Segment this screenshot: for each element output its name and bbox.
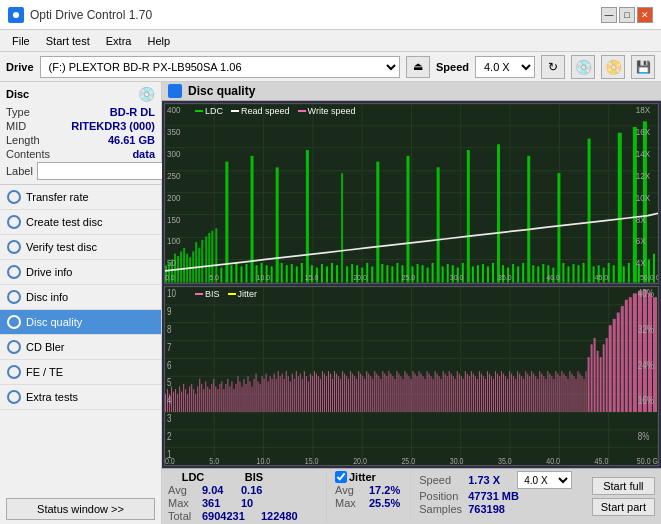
maximize-button[interactable]: □ xyxy=(619,7,635,23)
svg-rect-272 xyxy=(354,376,355,412)
svg-rect-306 xyxy=(423,376,424,412)
svg-rect-267 xyxy=(344,373,345,411)
sidebar-item-extra-tests[interactable]: Extra tests xyxy=(0,385,161,410)
svg-rect-247 xyxy=(304,371,305,412)
svg-rect-183 xyxy=(175,389,176,412)
disc-quality-chart-icon xyxy=(168,84,182,98)
svg-rect-46 xyxy=(376,162,379,283)
svg-rect-249 xyxy=(308,381,309,412)
drive-select[interactable]: (F:) PLEXTOR BD-R PX-LB950SA 1.06 xyxy=(40,56,400,78)
svg-rect-124 xyxy=(628,263,630,283)
speed-row: Speed 1.73 X 4.0 X xyxy=(419,471,582,489)
sidebar-item-cd-bler[interactable]: CD Bler xyxy=(0,335,161,360)
minimize-button[interactable]: — xyxy=(601,7,617,23)
svg-text:5.0: 5.0 xyxy=(209,456,219,465)
svg-rect-373 xyxy=(557,373,558,411)
sidebar-item-verify-test-disc[interactable]: Verify test disc xyxy=(0,235,161,260)
svg-rect-218 xyxy=(245,383,246,411)
svg-rect-84 xyxy=(386,265,388,282)
refresh-button[interactable]: ↻ xyxy=(541,55,565,79)
svg-rect-355 xyxy=(521,376,522,412)
svg-rect-397 xyxy=(617,312,620,411)
svg-rect-51 xyxy=(527,156,530,283)
svg-rect-323 xyxy=(457,371,458,412)
close-button[interactable]: ✕ xyxy=(637,7,653,23)
sidebar-item-disc-info[interactable]: Disc info xyxy=(0,285,161,310)
samples-key: Samples xyxy=(419,503,464,515)
svg-rect-92 xyxy=(432,263,434,283)
main-layout: Disc 💿 Type BD-R DL MID RITEKDR3 (000) L… xyxy=(0,82,661,524)
svg-rect-43 xyxy=(276,167,279,282)
svg-rect-61 xyxy=(245,264,247,282)
svg-rect-369 xyxy=(549,373,550,411)
disc-button[interactable]: 💿 xyxy=(571,55,595,79)
svg-rect-232 xyxy=(274,373,275,411)
svg-rect-50 xyxy=(497,144,500,282)
svg-rect-325 xyxy=(461,376,462,412)
sidebar-item-drive-info[interactable]: Drive info xyxy=(0,260,161,285)
disc-contents-row: Contents data xyxy=(6,148,155,160)
svg-rect-32 xyxy=(189,257,191,282)
svg-rect-400 xyxy=(629,297,632,412)
disc-label-input[interactable] xyxy=(37,162,170,180)
svg-rect-396 xyxy=(613,318,616,411)
bis-header: BIS xyxy=(234,471,274,483)
svg-rect-341 xyxy=(493,378,494,411)
svg-rect-69 xyxy=(296,266,298,282)
svg-text:4: 4 xyxy=(167,395,171,406)
svg-rect-44 xyxy=(306,150,309,282)
svg-rect-360 xyxy=(531,371,532,412)
start-full-button[interactable]: Start full xyxy=(592,477,655,495)
svg-rect-326 xyxy=(463,378,464,411)
menu-extra[interactable]: Extra xyxy=(98,33,140,49)
svg-rect-178 xyxy=(165,394,166,412)
speed-select[interactable]: 4.0 X xyxy=(475,56,535,78)
sidebar-item-fe-te[interactable]: FE / TE xyxy=(0,360,161,385)
svg-rect-398 xyxy=(621,306,624,412)
svg-rect-42 xyxy=(251,156,254,283)
svg-rect-238 xyxy=(286,371,287,412)
sidebar-item-create-test-disc[interactable]: Create test disc xyxy=(0,210,161,235)
disc2-button[interactable]: 📀 xyxy=(601,55,625,79)
read-speed-legend-label: Read speed xyxy=(241,106,290,116)
menu-help[interactable]: Help xyxy=(139,33,178,49)
svg-text:14X: 14X xyxy=(636,148,651,159)
sidebar-item-disc-quality[interactable]: Disc quality xyxy=(0,310,161,335)
jitter-section: Jitter Avg 17.2% Max 25.5% xyxy=(326,471,400,522)
svg-rect-228 xyxy=(266,373,267,411)
svg-rect-322 xyxy=(455,378,456,411)
start-part-button[interactable]: Start part xyxy=(592,498,655,516)
disc-label-key: Label xyxy=(6,165,33,177)
ldc-chart: LDC Read speed Write speed xyxy=(164,103,659,284)
eject-button[interactable]: ⏏ xyxy=(406,56,430,78)
svg-rect-344 xyxy=(499,376,500,412)
svg-rect-275 xyxy=(360,373,361,411)
svg-rect-353 xyxy=(517,371,518,412)
menu-file[interactable]: File xyxy=(4,33,38,49)
svg-rect-365 xyxy=(541,373,542,411)
status-window-button[interactable]: Status window >> xyxy=(6,498,155,520)
sidebar-item-transfer-rate[interactable]: Transfer rate xyxy=(0,185,161,210)
ldc-avg-val: 9.04 xyxy=(202,484,237,496)
content-area: Disc quality LDC Read speed Wr xyxy=(162,82,661,524)
svg-text:350: 350 xyxy=(167,127,181,138)
svg-rect-403 xyxy=(643,289,647,411)
save-button[interactable]: 💾 xyxy=(631,55,655,79)
svg-rect-302 xyxy=(415,373,416,411)
svg-rect-279 xyxy=(368,373,369,411)
speed-dropdown[interactable]: 4.0 X xyxy=(517,471,572,489)
menu-start-test[interactable]: Start test xyxy=(38,33,98,49)
drive-label: Drive xyxy=(6,61,34,73)
svg-rect-292 xyxy=(394,378,395,411)
svg-rect-242 xyxy=(294,378,295,411)
svg-rect-283 xyxy=(376,373,377,411)
svg-rect-250 xyxy=(310,373,311,411)
jitter-checkbox[interactable] xyxy=(335,471,347,483)
jitter-header-row: Jitter xyxy=(335,471,400,483)
app-title: Opti Drive Control 1.70 xyxy=(30,8,152,22)
svg-rect-234 xyxy=(278,371,279,412)
svg-rect-204 xyxy=(217,389,218,412)
svg-rect-379 xyxy=(569,371,570,412)
svg-rect-245 xyxy=(300,373,301,411)
bis-chart-svg: 10 9 8 7 6 5 4 3 2 1 40% 32% 24% 16% 8% xyxy=(165,287,658,466)
